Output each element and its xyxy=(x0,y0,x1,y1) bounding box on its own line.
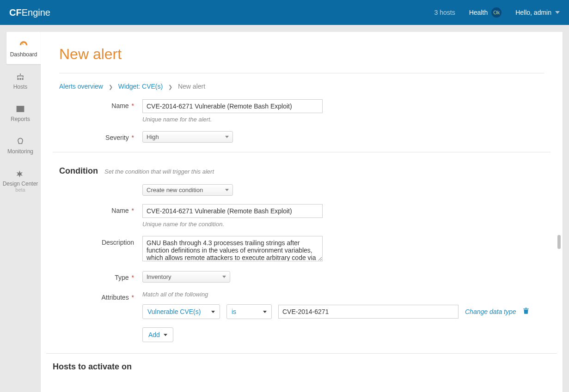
monitoring-icon xyxy=(16,137,25,145)
sidebar-item-label: Monitoring xyxy=(7,148,33,155)
logo[interactable]: CFEngine xyxy=(9,7,50,18)
condition-name-input[interactable] xyxy=(142,204,323,218)
sidebar-item-monitoring[interactable]: Monitoring xyxy=(0,129,41,161)
chevron-down-icon xyxy=(555,11,560,14)
attributes-hint: Match all of the following xyxy=(142,291,544,298)
sidebar-item-reports[interactable]: Reports xyxy=(0,96,41,129)
scrollbar[interactable] xyxy=(557,235,561,249)
attribute-field-value: Vulnerable CVE(s) xyxy=(147,308,201,315)
logo-light: Engine xyxy=(22,7,50,18)
condition-name-label: Name * xyxy=(59,204,142,214)
sidebar-item-sublabel: beta xyxy=(2,187,39,193)
severity-label: Severity * xyxy=(59,131,142,141)
type-value: Inventory xyxy=(147,273,171,280)
alert-name-label: Name * xyxy=(59,99,142,109)
trash-icon[interactable] xyxy=(523,308,529,316)
add-attribute-button[interactable]: Add xyxy=(142,327,173,342)
condition-source-value: Create new condition xyxy=(147,187,203,193)
caret-down-icon xyxy=(263,311,267,313)
caret-down-icon xyxy=(222,276,226,278)
sidebar-item-hosts[interactable]: Hosts xyxy=(0,64,41,96)
health-indicator[interactable]: Health Ok xyxy=(469,7,502,18)
description-label: Description xyxy=(59,236,142,246)
chevron-right-icon: ❯ xyxy=(168,84,172,90)
content: New alert Alerts overview ❯ Widget: CVE(… xyxy=(41,32,563,392)
condition-source-select[interactable]: Create new condition xyxy=(142,184,233,196)
topbar: CFEngine 3 hosts Health Ok Hello, admin xyxy=(0,0,569,25)
attributes-label: Attributes * xyxy=(59,291,142,301)
type-select[interactable]: Inventory xyxy=(142,271,230,283)
change-data-type-link[interactable]: Change data type xyxy=(465,308,516,315)
severity-value: High xyxy=(147,133,159,140)
attribute-value-input[interactable] xyxy=(278,305,459,319)
sidebar-item-dashboard[interactable]: Dashboard xyxy=(6,32,41,64)
sidebar-item-label: Dashboard xyxy=(10,51,37,58)
hosts-link[interactable]: 3 hosts xyxy=(434,9,455,16)
logo-bold: CF xyxy=(9,7,22,18)
caret-down-icon xyxy=(225,136,229,138)
sidebar-item-label: Hosts xyxy=(13,84,28,90)
ok-badge: Ok xyxy=(491,7,502,18)
caret-down-icon xyxy=(225,189,229,191)
severity-select[interactable]: High xyxy=(142,131,233,143)
sidebar-item-label: Design Center xyxy=(3,181,38,187)
sidebar-item-design-center[interactable]: Design Center beta xyxy=(0,161,41,199)
alert-name-input[interactable] xyxy=(142,99,323,113)
chevron-right-icon: ❯ xyxy=(109,84,113,90)
design-center-icon xyxy=(16,169,25,178)
type-label: Type * xyxy=(59,271,142,281)
attribute-field-select[interactable]: Vulnerable CVE(s) xyxy=(142,304,220,319)
condition-title: Condition xyxy=(59,166,98,176)
breadcrumb-alerts-overview[interactable]: Alerts overview xyxy=(59,83,103,90)
condition-subtitle: Set the condition that will trigger this… xyxy=(104,168,214,175)
caret-down-icon xyxy=(164,334,167,336)
add-label: Add xyxy=(148,331,160,338)
reports-icon xyxy=(16,105,25,113)
hosts-icon xyxy=(16,72,25,81)
attribute-operator-select[interactable]: is xyxy=(226,304,272,319)
page-title: New alert xyxy=(59,46,544,63)
user-label: Hello, admin xyxy=(515,9,551,16)
caret-down-icon xyxy=(211,311,215,313)
sidebar: Dashboard Hosts Reports Monitoring Desig… xyxy=(0,32,41,392)
attribute-operator-value: is xyxy=(232,308,236,315)
breadcrumb: Alerts overview ❯ Widget: CVE(s) ❯ New a… xyxy=(59,73,544,99)
breadcrumb-widget[interactable]: Widget: CVE(s) xyxy=(118,83,163,90)
condition-name-hint: Unique name for the condition. xyxy=(142,221,544,228)
hosts-section-title: Hosts to activate on xyxy=(53,362,544,372)
health-label: Health xyxy=(469,9,488,16)
sidebar-item-label: Reports xyxy=(11,116,30,122)
dashboard-icon xyxy=(19,40,28,48)
user-menu[interactable]: Hello, admin xyxy=(515,9,560,16)
condition-section-header: Condition Set the condition that will tr… xyxy=(59,166,544,176)
description-textarea[interactable]: GNU Bash through 4.3 processes trailing … xyxy=(142,236,323,261)
alert-name-hint: Unique name for the alert. xyxy=(142,116,544,123)
breadcrumb-current: New alert xyxy=(178,83,205,90)
